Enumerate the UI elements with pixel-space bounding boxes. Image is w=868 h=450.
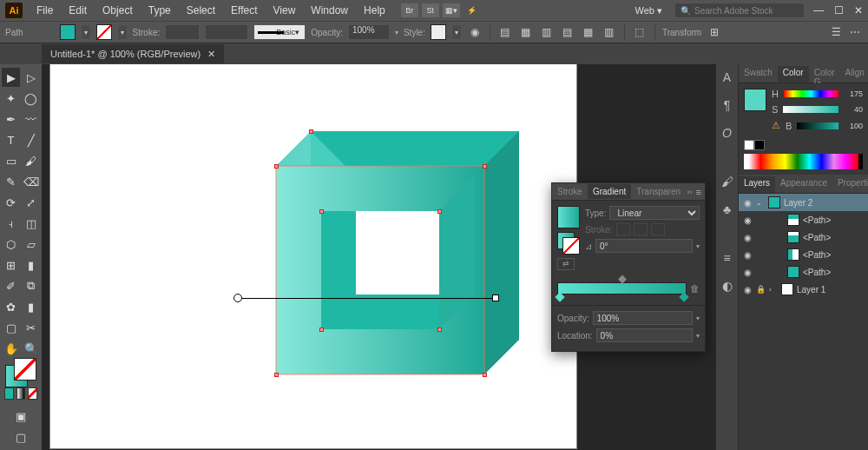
magic-wand-tool[interactable]: ✦ (2, 89, 20, 108)
stop-location-input[interactable] (596, 328, 693, 342)
stop-opacity-input[interactable] (593, 311, 693, 325)
gradient-stop-1[interactable] (555, 292, 564, 301)
gradient-ramp[interactable] (557, 282, 687, 294)
lasso-tool[interactable]: ◯ (22, 89, 40, 108)
align-left-icon[interactable]: ▤ (497, 24, 513, 40)
search-stock-input[interactable]: 🔍 Search Adobe Stock (674, 3, 805, 18)
slice-tool[interactable]: ✂ (22, 318, 40, 337)
stock-icon[interactable]: St (422, 3, 439, 17)
draw-mode-icon[interactable]: ▣ (11, 407, 30, 426)
close-tab-icon[interactable]: ✕ (207, 49, 215, 60)
curvature-tool[interactable]: 〰 (22, 109, 40, 129)
char-panel-icon[interactable]: A (720, 69, 735, 85)
selection-tool[interactable]: ▶ (2, 68, 20, 87)
gradient-tool[interactable]: ▮ (22, 255, 40, 275)
menu-type[interactable]: Type (141, 1, 178, 20)
tab-layers[interactable]: Layers (739, 176, 775, 193)
blend-tool[interactable]: ⧉ (22, 276, 40, 295)
column-graph-tool[interactable]: ▮ (22, 297, 40, 316)
visibility-icon[interactable]: ◉ (742, 267, 753, 277)
symbols-panel-icon[interactable]: ♣ (720, 202, 735, 217)
paragraph-panel-icon[interactable]: ¶ (720, 97, 735, 113)
menu-effect[interactable]: Effect (224, 1, 264, 20)
mesh-tool[interactable]: ⊞ (2, 255, 20, 275)
warning-icon[interactable]: ⚠ (772, 120, 780, 131)
gradient-mode-icon[interactable] (16, 387, 26, 400)
visibility-icon[interactable]: ◉ (742, 284, 753, 294)
layer-row[interactable]: ◉ 🔒 › Layer 1 (739, 281, 868, 298)
fill-stroke-control[interactable] (5, 365, 36, 381)
gradient-stroke-swatch[interactable] (562, 237, 580, 255)
direct-selection-tool[interactable]: ▷ (22, 68, 40, 87)
pen-tool[interactable]: ✒ (2, 109, 20, 129)
brushes-panel-icon[interactable]: 🖌 (720, 174, 735, 189)
gradient-preview-swatch[interactable] (557, 206, 580, 228)
tab-gradient[interactable]: Gradient (588, 184, 631, 199)
delete-stop-icon[interactable]: 🗑 (690, 283, 700, 294)
tab-transparency[interactable]: Transparen (631, 184, 686, 199)
panel-expand-icon[interactable]: ›› (687, 188, 693, 196)
stroke-swatch[interactable] (96, 24, 112, 40)
tab-color[interactable]: Color (778, 66, 809, 83)
layer-name[interactable]: Layer 2 (784, 198, 812, 208)
bri-slider[interactable] (797, 122, 838, 129)
gradient-annotator[interactable] (239, 298, 495, 299)
layer-row[interactable]: ◉<Path> (739, 246, 868, 263)
more-icon[interactable]: ⋯ (847, 24, 863, 40)
layer-name[interactable]: Layer 1 (797, 285, 825, 294)
layer-name[interactable]: <Path> (803, 233, 831, 242)
align-top-icon[interactable]: ▤ (560, 24, 575, 40)
rotate-tool[interactable]: ⟳ (2, 193, 20, 212)
maximize-button[interactable]: ☐ (834, 4, 844, 17)
bri-value[interactable]: 100 (844, 122, 863, 130)
style-dropdown[interactable]: ▾ (451, 24, 462, 40)
bridge-icon[interactable]: Br (401, 3, 418, 17)
align-center-v-icon[interactable]: ▦ (581, 24, 596, 40)
tab-stroke[interactable]: Stroke (552, 184, 588, 199)
tab-appearance[interactable]: Appearance (775, 176, 832, 193)
black-swatch[interactable] (754, 140, 765, 150)
menu-help[interactable]: Help (357, 1, 392, 20)
layer-row[interactable]: ◉<Path> (739, 228, 868, 246)
rectangle-tool[interactable]: ▭ (2, 151, 20, 170)
gpu-icon[interactable]: ⚡ (464, 3, 481, 17)
gradient-start-handle[interactable] (233, 294, 242, 302)
menu-window[interactable]: Window (304, 1, 355, 20)
close-button[interactable]: ✕ (854, 4, 863, 17)
expand-icon[interactable]: › (769, 286, 778, 294)
transform-panel-icon[interactable]: ◐ (720, 278, 735, 294)
fill-dropdown[interactable]: ▾ (81, 24, 91, 40)
lock-icon[interactable]: 🔒 (756, 285, 766, 294)
hand-tool[interactable]: ✋ (2, 339, 20, 358)
scale-tool[interactable]: ⤢ (22, 193, 40, 212)
tab-color-guide[interactable]: Color G (809, 66, 840, 83)
menu-edit[interactable]: Edit (62, 1, 94, 20)
visibility-icon[interactable]: ◉ (742, 232, 753, 242)
arrange-docs-icon[interactable]: ▦▾ (443, 3, 460, 17)
symbol-sprayer-tool[interactable]: ✿ (2, 297, 20, 316)
color-mode-icon[interactable] (4, 387, 14, 400)
layer-name[interactable]: <Path> (803, 250, 831, 260)
reverse-gradient-icon[interactable]: ⇄ (557, 258, 575, 270)
screen-mode-icon[interactable]: ▢ (11, 427, 30, 447)
width-tool[interactable]: ⫞ (2, 214, 20, 233)
sat-value[interactable]: 40 (844, 105, 863, 114)
color-panel-swatch[interactable] (744, 89, 766, 111)
zoom-tool[interactable]: 🔍 (22, 339, 40, 358)
perspective-tool[interactable]: ▱ (22, 235, 40, 254)
isolate-icon[interactable]: ⬚ (632, 24, 648, 40)
graphic-style[interactable] (431, 24, 446, 40)
var-width-profile[interactable] (205, 24, 248, 40)
gradient-type-select[interactable]: Linear (609, 206, 700, 220)
sat-slider[interactable] (783, 106, 838, 113)
menu-object[interactable]: Object (95, 1, 140, 20)
none-swatch[interactable] (744, 140, 754, 150)
layer-name[interactable]: <Path> (803, 268, 831, 277)
menu-file[interactable]: File (30, 1, 60, 20)
artwork-shape[interactable] (241, 131, 519, 409)
type-tool[interactable]: T (2, 130, 20, 149)
opentype-panel-icon[interactable]: O (720, 125, 735, 141)
gradient-midpoint[interactable] (618, 275, 627, 284)
menu-view[interactable]: View (266, 1, 303, 20)
tab-swatches[interactable]: Swatch (739, 66, 778, 83)
